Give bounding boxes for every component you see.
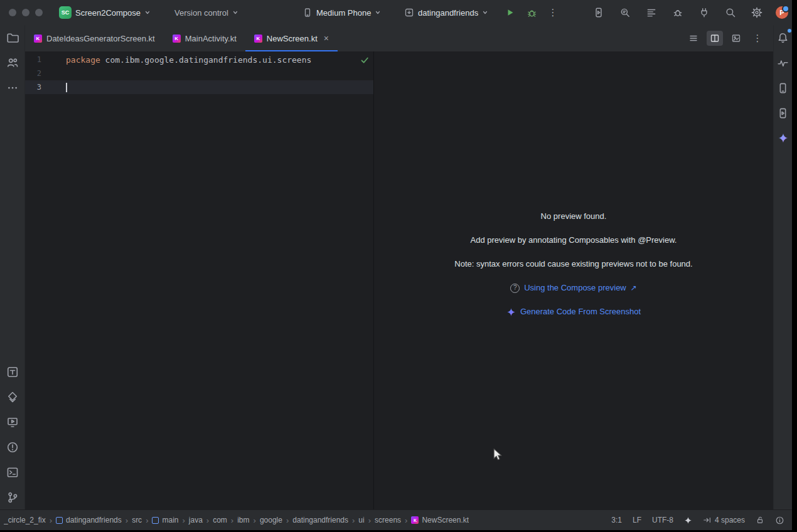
gemini-tool-button[interactable] [774,129,792,147]
settings-button[interactable] [749,4,765,21]
breadcrumb-separator: › [206,516,209,525]
breadcrumb-item[interactable]: java [189,516,203,524]
notification-dot [788,29,791,33]
code-editor[interactable]: 1 package com.ibm.google.datingandfriend… [25,51,373,509]
breadcrumb-item[interactable]: google [260,516,282,524]
editor-tab-bar: K DateIdeasGeneratorScreen.kt K MainActi… [25,25,773,51]
breadcrumb-item[interactable]: src [132,516,142,524]
tab-label: MainActivity.kt [185,34,237,43]
app-insights-button[interactable] [670,4,686,21]
running-devices-tool-button[interactable] [774,104,792,122]
tab-newscreen[interactable]: K NewScreen.kt × [245,25,338,51]
profiler-tool-button[interactable] [774,54,792,72]
line-number: 1 [25,55,41,64]
breadcrumb-item[interactable]: ibm [237,516,249,524]
generate-code-from-screenshot-link[interactable]: Generate Code From Screenshot [506,306,641,317]
breadcrumb-separator: › [146,516,148,525]
caret-position-widget[interactable]: 3:1 [611,516,622,524]
run-configuration-selector[interactable]: datingandfriends [400,4,492,21]
breadcrumb-item[interactable]: datingandfriends [56,516,122,524]
code-line-3[interactable]: 3 [25,80,373,94]
run-button[interactable] [502,4,518,21]
breadcrumb-item[interactable]: com [213,516,227,524]
code-line-2[interactable]: 2 [25,66,373,80]
code-line-1[interactable]: 1 package com.ibm.google.datingandfriend… [25,53,373,66]
logcat-icon [646,7,657,18]
run-config-icon [404,8,414,18]
tab-mainactivity[interactable]: K MainActivity.kt [164,25,245,51]
right-tool-stripe [773,25,792,509]
add-preview-hint: Add preview by annotating Composables wi… [471,235,677,246]
project-tool-button[interactable] [4,29,21,46]
breadcrumb: _circle_2_fix › datingandfriends › src ›… [4,516,469,525]
code-view-button[interactable] [685,31,702,46]
ai-status-widget[interactable] [684,516,692,524]
info-circle-icon [775,516,784,525]
debug-bug-icon [527,8,537,18]
device-monitor-icon [6,416,19,428]
zoom-window-button[interactable] [35,9,43,16]
android-studio-window: SC Screen2Compose Version control Medium… [0,0,797,532]
ide-info-widget[interactable] [775,516,784,525]
design-view-button[interactable] [728,31,744,46]
problems-tool-button[interactable] [4,439,21,456]
preview-empty-state: No preview found. Add preview by annotat… [374,211,773,317]
titlebar-toolbar [591,4,765,21]
editor-options-button[interactable]: ⋮ [749,31,766,46]
breadcrumb-separator: › [286,516,289,525]
inspections-widget[interactable] [360,55,370,67]
chevron-down-icon [375,9,381,16]
debug-button[interactable] [523,4,540,21]
breadcrumb-item[interactable]: _circle_2_fix [4,516,46,524]
minimize-window-button[interactable] [22,9,29,16]
breadcrumb-item-file[interactable]: KNewScreen.kt [411,516,469,524]
running-devices-button[interactable] [591,4,607,21]
device-selector[interactable]: Medium Phone [299,4,385,21]
close-tab-icon[interactable]: × [324,34,329,43]
split-view-button[interactable] [707,31,723,46]
split-view-icon [710,33,720,43]
project-widget[interactable]: SC Screen2Compose [55,4,154,21]
kotlin-file-icon: K [254,35,262,43]
version-control-widget[interactable]: Version control [171,4,242,21]
avatar[interactable]: P [776,6,788,19]
problems-icon [6,441,19,454]
terminal-tool-button[interactable] [4,464,21,481]
readonly-toggle[interactable] [756,516,764,524]
sync-project-button[interactable] [696,4,712,21]
device-manager-tool-button[interactable] [774,79,792,97]
encoding-widget[interactable]: UTF-8 [652,516,673,524]
more-tool-windows-button[interactable] [4,79,21,97]
terminal-icon [6,466,19,479]
emulator-tool-button[interactable] [4,413,21,431]
close-window-button[interactable] [9,9,16,16]
editor-view-controls: ⋮ [685,25,773,51]
line-separator-widget[interactable]: LF [633,516,641,524]
code-text: package com.ibm.google.datingandfriends.… [66,55,311,65]
compose-tool-icon [6,366,19,378]
indent-widget[interactable]: 4 spaces [703,516,745,524]
tab-dateideasgeneratorscreen[interactable]: K DateIdeasGeneratorScreen.kt [25,25,164,51]
breadcrumb-item[interactable]: main [152,516,178,524]
notifications-button[interactable] [774,29,792,46]
version-control-tool-button[interactable] [4,489,21,506]
more-actions-button[interactable]: ⋮ [545,4,561,21]
breadcrumb-item[interactable]: datingandfriends [292,516,348,524]
code-text [66,82,67,92]
shared-indexes-tool-button[interactable] [4,54,21,72]
search-everywhere-button[interactable] [722,4,739,21]
folder-icon [6,31,19,44]
resource-manager-tool-button[interactable] [4,388,21,406]
inspect-code-button[interactable] [617,4,633,21]
left-tool-stripe [0,25,25,509]
compose-tool-button[interactable] [4,363,21,381]
design-view-icon [731,33,741,43]
logcat-button[interactable] [643,4,660,21]
compose-preview-help-link[interactable]: ? Using the Compose preview ↗ [510,282,637,294]
version-control-label: Version control [174,8,228,18]
kebab-icon: ⋮ [548,7,558,18]
bell-icon [777,32,789,44]
breadcrumb-item[interactable]: ui [358,516,364,524]
code-inspection-icon [619,7,631,18]
breadcrumb-item[interactable]: screens [375,516,401,524]
